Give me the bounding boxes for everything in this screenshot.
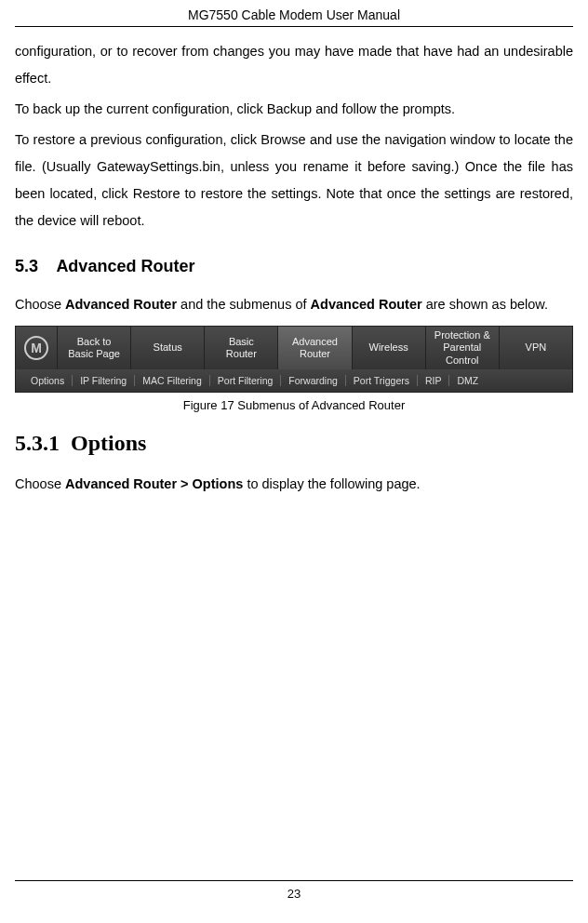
nav-label: Status <box>154 341 182 354</box>
sub-link-ip-filtering[interactable]: IP Filtering <box>73 375 135 386</box>
sub-link-mac-filtering[interactable]: MAC Filtering <box>135 375 210 386</box>
subsection-number: 5.3.1 <box>15 431 60 455</box>
nav-label: Protection &Parental Control <box>430 329 495 367</box>
figure-container: M Back toBasic Page Status BasicRouter A… <box>15 326 573 412</box>
nav-label: Wireless <box>369 341 408 354</box>
section-heading: 5.3 Advanced Router <box>15 257 573 276</box>
nav-item-status[interactable]: Status <box>130 327 204 369</box>
nav-item-vpn[interactable]: VPN <box>499 327 572 369</box>
nav-item-wireless[interactable]: Wireless <box>352 327 425 369</box>
motorola-logo-icon: M <box>24 336 48 360</box>
sub-link-port-triggers[interactable]: Port Triggers <box>346 375 418 386</box>
page-number: 23 <box>15 880 573 901</box>
paragraph-2: To back up the current configuration, cl… <box>15 96 573 123</box>
paragraph-1: configuration, or to recover from change… <box>15 38 573 92</box>
intro-bold-2: Advanced Router <box>311 297 422 312</box>
nav-item-basic-router[interactable]: BasicRouter <box>204 327 277 369</box>
intro-bold-1: Advanced Router <box>65 297 177 312</box>
sub-text-bold: Advanced Router > Options <box>65 476 243 491</box>
intro-post: are shown as below. <box>422 297 548 312</box>
subsection-heading: 5.3.1 Options <box>15 431 573 456</box>
page-header: MG7550 Cable Modem User Manual <box>15 7 573 27</box>
section-number: 5.3 <box>15 257 38 275</box>
sub-link-forwarding[interactable]: Forwarding <box>281 375 346 386</box>
figure-caption: Figure 17 Submenus of Advanced Router <box>15 398 573 412</box>
subsection-title: Options <box>71 431 146 455</box>
nav-label: AdvancedRouter <box>292 336 338 360</box>
intro-mid: and the submenus of <box>177 297 311 312</box>
intro-pre: Choose <box>15 297 65 312</box>
sub-text-pre: Choose <box>15 476 65 491</box>
logo-cell: M <box>16 327 57 369</box>
section-intro: Choose Advanced Router and the submenus … <box>15 291 573 318</box>
nav-label: Back toBasic Page <box>68 336 120 360</box>
section-title: Advanced Router <box>56 257 194 275</box>
nav-item-protection[interactable]: Protection &Parental Control <box>425 327 499 369</box>
sub-link-port-filtering[interactable]: Port Filtering <box>210 375 282 386</box>
nav-label: BasicRouter <box>226 336 257 360</box>
nav-sub-row: Options IP Filtering MAC Filtering Port … <box>16 369 572 392</box>
subsection-text: Choose Advanced Router > Options to disp… <box>15 471 573 498</box>
nav-item-advanced-router[interactable]: AdvancedRouter <box>277 327 351 369</box>
sub-link-rip[interactable]: RIP <box>418 375 450 386</box>
paragraph-3: To restore a previous configuration, cli… <box>15 127 573 234</box>
nav-screenshot: M Back toBasic Page Status BasicRouter A… <box>15 326 573 393</box>
header-title: MG7550 Cable Modem User Manual <box>188 7 400 22</box>
sub-link-dmz[interactable]: DMZ <box>449 375 486 386</box>
sub-text-post: to display the following page. <box>243 476 420 491</box>
sub-link-options[interactable]: Options <box>23 375 73 386</box>
nav-label: VPN <box>526 341 547 354</box>
nav-item-back-to-basic[interactable]: Back toBasic Page <box>57 327 130 369</box>
nav-top-row: M Back toBasic Page Status BasicRouter A… <box>16 327 572 369</box>
